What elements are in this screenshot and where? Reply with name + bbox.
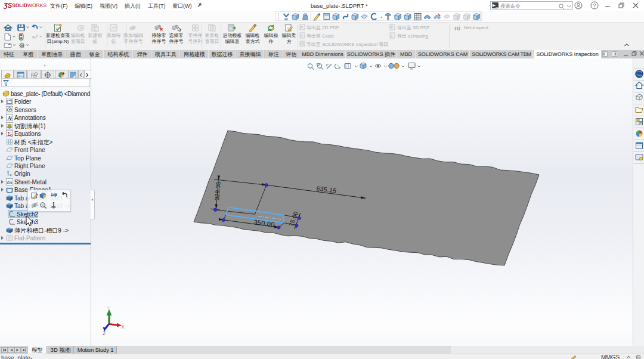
svg-text:Σ: Σ	[7, 131, 11, 137]
svg-text:?: ?	[593, 2, 596, 8]
svg-text:X: X	[301, 34, 303, 38]
svg-text:A: A	[8, 115, 12, 121]
svg-text:Z: Z	[103, 330, 106, 336]
svg-text:Y: Y	[107, 305, 110, 311]
svg-text:ƷS: ƷS	[4, 2, 13, 9]
svg-text:SOLIDWORKS: SOLIDWORKS	[12, 2, 47, 8]
svg-text:P: P	[391, 26, 393, 29]
svg-text:X: X	[121, 324, 125, 330]
svg-text:P: P	[301, 26, 303, 29]
